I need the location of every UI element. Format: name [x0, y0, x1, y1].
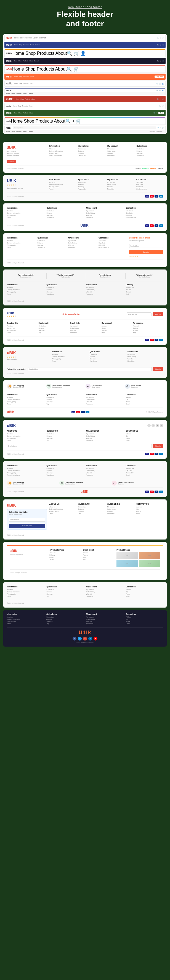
- footer-7-bottom: © 2021 All Rights Reserved: [7, 373, 163, 374]
- footer-card-14: Information About us Delivery informatio…: [3, 610, 167, 647]
- footer-3-bottom: © 2021 All Rights Reserved UBIK VISA MC …: [7, 224, 163, 228]
- header-icons-1: 🔍 ♡ 🛒: [157, 37, 164, 39]
- footer-9-social: f t g in: [147, 424, 163, 427]
- footer-12-bottom: © 2021 All Rights Reserved: [9, 572, 161, 574]
- header-logo-7: U:lik: [6, 82, 12, 85]
- footer-card-11: uBIK Subscribe newsletter Get the latest…: [3, 500, 167, 539]
- header-card-1: uBIK HOME SHOP PRODUCTS ABOUT CONTACT 🔍 …: [5, 35, 165, 41]
- footer-1-col-quick2: Quick links Contact us Returns Site map …: [137, 145, 164, 163]
- footer-6-col-2: Mediums in Contact us Returns Site map T…: [38, 322, 68, 334]
- footer-card-6: U1ik ★ ★ ★ ★ ★ Join newsletter Subscribe: [3, 308, 167, 345]
- footer-3-col-quick: Quick links Contact us Returns Site map …: [47, 207, 84, 219]
- footer-card-7: uBIK ★ ★ ★ ★ ★ Store description Informa…: [3, 347, 167, 378]
- footer-8-col-info: Information About us Delivery informatio…: [7, 393, 44, 405]
- header-card-3: UBIK Home Shop Products About 🔍 🛒 👤: [5, 49, 165, 57]
- header-logo-2: UBIK: [6, 43, 12, 46]
- footer-9-bottom: © 2021 All Rights Reserved VISA MC PP AM: [7, 453, 163, 455]
- footer-13-col-contact: Contact us Address City Phone Email: [126, 586, 164, 598]
- footer-14-social: f t g in ▶: [72, 636, 98, 641]
- footer-5-col-account: My account My account Order history Wish…: [86, 283, 124, 296]
- footer-6-email-input[interactable]: [127, 312, 151, 316]
- footer-14-col-account: My account My account Order history Wish…: [86, 613, 124, 625]
- footer-9-col-account: MY ACCOUNT My account Order history Wish…: [86, 430, 124, 442]
- footer-5-bottom: © 2021 All Rights Reserved: [7, 300, 163, 302]
- footer-13-bottom: © 2021 All Rights Reserved: [7, 602, 163, 604]
- footer-5-col-quick: Quick links Contact us Returns Site map …: [47, 283, 84, 296]
- footer-8-col-quick: Quick links Contact us Returns Site map …: [47, 393, 84, 405]
- header-card-11: Ubik Home Shop Products About 🔍 ♡ Cart: [5, 110, 165, 116]
- header-nav-1: HOME SHOP PRODUCTS ABOUT CONTACT: [14, 37, 46, 39]
- footer-4-subscribe-btn[interactable]: Subscribe: [129, 250, 163, 254]
- footer-3-col-info: Information About us Delivery informatio…: [7, 207, 44, 219]
- header-nav-12: Home Shop Products About: [11, 119, 65, 124]
- footer-4-email-input[interactable]: [129, 244, 163, 248]
- footer-9-subscribe-btn[interactable]: Subscribe: [153, 444, 163, 448]
- footer-10-col-contact: Contact us Address line City State Phone…: [126, 465, 164, 476]
- footer-11-email-input[interactable]: [9, 518, 45, 522]
- footer-9-logo: uBIK: [7, 423, 16, 428]
- header-logo-6: UBIK: [6, 75, 12, 78]
- footer-card-8: 🚚 Free shipping On orders over $50 🛡 100…: [3, 380, 167, 417]
- page-subtitle: New header and footer: [6, 6, 164, 9]
- footer-6-col-4: By account Account Orders Wishlist Help: [102, 322, 131, 334]
- header-card-13: U1ik Search products... 🔍 ♡ 🛒 Home Shop …: [5, 126, 165, 133]
- footer-7-col-info: Information About us Delivery informatio…: [52, 350, 88, 363]
- footer-6-logo-area: U1ik ★ ★ ★ ★ ★: [7, 311, 16, 317]
- footer-2-col-logo: UBIK ★ ★ ★ ★ ★ Store description text he…: [7, 178, 47, 190]
- facebook-icon[interactable]: f: [72, 636, 76, 641]
- header-logo-1: uBIK: [6, 37, 12, 39]
- header-logo-8a: UBIK: [6, 89, 12, 92]
- footer-11-subscribe-btn[interactable]: Subscribe Now: [9, 524, 45, 528]
- footer-9-email-input[interactable]: [7, 444, 152, 448]
- footer-11-col-links: QUICK LINKS My account Order history Wis…: [107, 503, 134, 530]
- twitter-icon[interactable]: t: [78, 636, 82, 641]
- footer-card-10: Information About us Delivery informatio…: [3, 461, 167, 497]
- footer-1-col-quick: Quick links Contact us Returns Site map …: [79, 145, 105, 163]
- footer-6-subscribe-btn[interactable]: Subscribe: [153, 312, 163, 316]
- footer-2-col-account: My account My account Order history Wish…: [107, 178, 134, 190]
- footer-5-col-info: Information About us Delivery informatio…: [7, 283, 44, 296]
- header-logo-5: uBIK: [6, 68, 12, 70]
- footer-1-col-logo: uBIK About the storedescription text her…: [6, 145, 47, 163]
- footer-4-col-contact: Contact us 123 Street City, State 000-00…: [99, 237, 127, 257]
- footer-7-email-input[interactable]: [28, 367, 151, 371]
- header-nav-3: Home Shop Products About: [13, 51, 67, 56]
- header-card-4: Ubik Home Shop Products About Contact 🔍 …: [5, 58, 165, 64]
- footer-9-col-about: ABOUS US About us Delivery information P…: [7, 430, 44, 442]
- header-nav-4: Home Shop Products About Contact: [14, 60, 39, 62]
- header-card-12: ubik Home Shop Products About 🔍 + 🛒: [5, 117, 165, 125]
- header-icons-11: 🔍 ♡ Cart: [153, 112, 164, 114]
- google-icon[interactable]: g: [83, 636, 87, 641]
- header-icons-9: 🔍 ♡ 🛒: [157, 98, 164, 100]
- footer-card-2: UBIK ★ ★ ★ ★ ★ Store description text he…: [3, 175, 167, 201]
- footer-14-col-contact: Contact us Address City Phone Email: [126, 613, 164, 625]
- youtube-icon[interactable]: ▶: [94, 636, 98, 641]
- footer-11-col-cta: uBIK Subscribe newsletter Get the latest…: [7, 503, 47, 530]
- footer-9-col-info: QUICK INFO Contact us Returns Site map T…: [47, 430, 84, 442]
- linkedin-icon[interactable]: in: [88, 636, 92, 641]
- footer-1-col-account: My account My account Order history Wish…: [107, 145, 134, 163]
- footer-7-col-logo: uBIK ★ ★ ★ ★ ★ Store description: [7, 350, 50, 363]
- header-icons-2: 🔍 ♡ 🛒: [157, 44, 164, 46]
- footer-2-bottom: © 2021 All Rights Reserved VISA MC PP AM: [7, 195, 163, 197]
- footer-3-col-contact: Contact us 123 Street City, State 000-00…: [126, 207, 164, 219]
- footer-4-bottom: © 2021 All Rights Reserved: [7, 262, 163, 264]
- page-title: Flexible headerand footer: [6, 10, 164, 28]
- footer-7-subscribe-btn[interactable]: Subscribe: [153, 367, 163, 371]
- header-card-7: U:lik Home Shop Products About 🔍 🛒 👤: [5, 81, 165, 87]
- footer-14-logo: U1ik: [79, 630, 91, 636]
- footer-10-col-quick: Quick links Contact us Returns Site map …: [47, 465, 84, 476]
- header-nav-11: Home Shop Products About: [14, 112, 33, 114]
- footer-6-col-5: To account Account Orders Wishlist Help: [133, 322, 163, 334]
- footer-10-col-info: Information About us Delivery informatio…: [7, 465, 44, 476]
- header-card-5: uBIK Home Shop Products About 🔍 🛒: [5, 65, 165, 73]
- header-logo-13: U1ik: [6, 127, 11, 129]
- footer-card-1: uBIK About the storedescription text her…: [3, 142, 167, 173]
- header-nav-7: Home Shop Products About: [14, 83, 33, 84]
- footer-10-col-account: My account My account Order history Wish…: [86, 465, 124, 476]
- footer-11-col-info: QUICK INFO Contact us Returns Site map T…: [79, 503, 105, 530]
- footer-3-col-account: My account My account Order history Wish…: [86, 207, 124, 219]
- header-logo-11: Ubik: [6, 111, 12, 114]
- header-nav-9: Home Shop Products About: [16, 98, 35, 100]
- header-card-6: UBIK Home Shop Products About Shop Now: [5, 73, 165, 80]
